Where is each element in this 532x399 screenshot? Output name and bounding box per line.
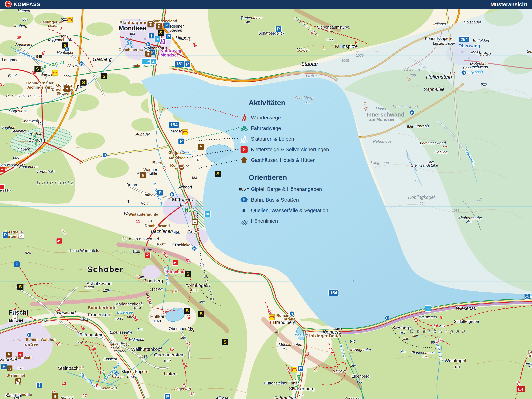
parking-icon: P: [165, 33, 172, 40]
museum-icon: Ⅲ: [156, 24, 162, 30]
legend-item-spring: Quellen, Wasserfälle & Vegetation: [239, 207, 328, 214]
tri-icon: ▲: [127, 375, 129, 378]
cross-icon: †: [428, 36, 430, 40]
map-application: Hemed650IrrsbergLeidingerhofLeiten522Pfa…: [0, 0, 532, 399]
postbus-icon: [269, 314, 275, 320]
road-shield-151: 151: [174, 61, 185, 67]
legend-item-ski-tour: Skitouren & Loipen: [239, 135, 294, 143]
shelter-icon: S: [185, 271, 191, 277]
legend-item-label: Gipfel, Berge & Höhenangaben: [251, 186, 322, 192]
shelter-icon: S: [215, 171, 221, 177]
bus-icon: H: [461, 70, 466, 75]
shelter-icon: S: [222, 339, 228, 345]
shelter-icon: S: [17, 284, 24, 290]
legend-item-label: Fahrradwege: [251, 125, 281, 131]
bus-icon: H: [79, 61, 84, 66]
picnic-icon: π: [7, 366, 13, 371]
bus-icon: H: [385, 316, 390, 321]
swim-icon: ▲: [150, 58, 157, 65]
info-icon: i: [148, 33, 154, 39]
bus-icon: H: [102, 152, 108, 158]
bus-icon: H: [27, 332, 32, 337]
museum-icon: Ⅲ: [52, 393, 58, 399]
postbus-icon: [67, 17, 73, 23]
golf-icon: ⚑: [64, 86, 70, 92]
road-shield-154: 154: [328, 290, 339, 296]
parking-icon: P: [14, 261, 20, 267]
bus-icon: H: [192, 246, 197, 251]
legend-item-label: Quellen, Wasserfälle & Vegetation: [251, 208, 328, 213]
guesthouse-icon: [239, 157, 249, 164]
poi-red-icon: +: [0, 184, 5, 190]
app-header: KOMPASS Musteransicht: [0, 0, 532, 9]
shelter-icon: S: [101, 73, 107, 79]
shelter-icon: S: [184, 308, 190, 314]
parking-icon: P: [2, 232, 8, 238]
legend-item-hiker: Wanderwege: [239, 114, 281, 121]
postbus-icon: [291, 367, 297, 372]
legend-item-via-ferrata: Klettersteige & Seilversicherungen: [239, 146, 329, 153]
parking-icon: P: [297, 366, 304, 372]
bicycle-icon: [239, 125, 249, 132]
info-icon: i: [36, 382, 43, 388]
postbus-icon: [182, 129, 188, 135]
shelter-icon: S: [34, 66, 41, 72]
shelter-icon: S: [158, 30, 164, 36]
ski-tour-icon: [239, 135, 249, 143]
swim-icon: ≈: [204, 211, 211, 217]
tent-icon: ▲: [195, 157, 200, 162]
postbus-icon: [52, 70, 58, 76]
legend-item-bus-stop: HBahn, Bus & Straßen: [239, 197, 299, 203]
parking-icon: P: [165, 393, 171, 399]
cross-icon: †: [485, 306, 487, 310]
road-shield-154: 154: [169, 122, 179, 128]
route-shield-E4: E4: [516, 386, 525, 392]
horse-icon: ♞: [140, 172, 146, 178]
legend-item-label: Wanderwege: [251, 115, 281, 121]
climb-icon: [145, 252, 151, 258]
cross-icon: †: [162, 370, 164, 374]
parking-icon: P: [164, 22, 170, 28]
hiker-icon: [239, 114, 249, 121]
kompass-logo-icon: [5, 1, 12, 8]
brand: KOMPASS: [5, 1, 40, 8]
cross-icon: †: [240, 16, 242, 20]
parking-icon: P: [1, 363, 7, 369]
swim-icon: ≈: [425, 305, 431, 312]
shelter-icon: S: [80, 79, 87, 86]
ruin-icon: ⌂: [12, 315, 18, 320]
museum-icon: Ⅲ: [147, 21, 153, 27]
poi-red-icon: +: [18, 352, 23, 357]
legend-item-bicycle: Fahrradwege: [239, 125, 281, 132]
peak-elevation-icon: 8̣85 †: [239, 187, 249, 192]
cross-icon: †: [98, 19, 100, 23]
cross-icon: †: [205, 81, 207, 85]
legend-item-label: Gasthäuser, Hotels & Hütten: [251, 157, 316, 163]
legend-item-label: Klettersteige & Seilversicherungen: [251, 146, 329, 152]
bus-icon: H: [146, 42, 151, 47]
bus-icon: H: [65, 47, 70, 52]
legend-item-guesthouse: Gasthäuser, Hotels & Hütten: [239, 157, 316, 164]
golf-icon: ⚑: [198, 144, 204, 150]
parking-icon: P: [178, 138, 184, 145]
parking-icon: P: [275, 26, 282, 32]
legend-item-label: Skitouren & Loipen: [251, 136, 294, 142]
page-title: Musteransicht: [490, 1, 527, 7]
contour-lines-icon: [239, 217, 249, 225]
bus-icon: H: [170, 192, 175, 197]
ruin-icon: ⌂: [19, 233, 24, 239]
cross-icon: †: [127, 199, 130, 204]
legend-activities-heading: Aktivitäten: [249, 99, 285, 107]
cross-icon: †: [352, 280, 354, 284]
tent-icon: ▲: [192, 219, 198, 225]
anchor-icon: [524, 293, 530, 300]
legend-item-label: Höhenlinien: [251, 218, 278, 224]
ski-poi-icon: [15, 378, 21, 385]
parking-icon: P: [157, 190, 163, 196]
bus-icon: H: [410, 110, 415, 115]
road-shield-254: 254: [459, 36, 469, 43]
brand-name: KOMPASS: [14, 1, 40, 7]
bus-icon: H: [114, 371, 119, 376]
legend-item-contour-lines: Höhenlinien: [239, 217, 278, 225]
bus-stop-icon: H: [239, 197, 249, 202]
